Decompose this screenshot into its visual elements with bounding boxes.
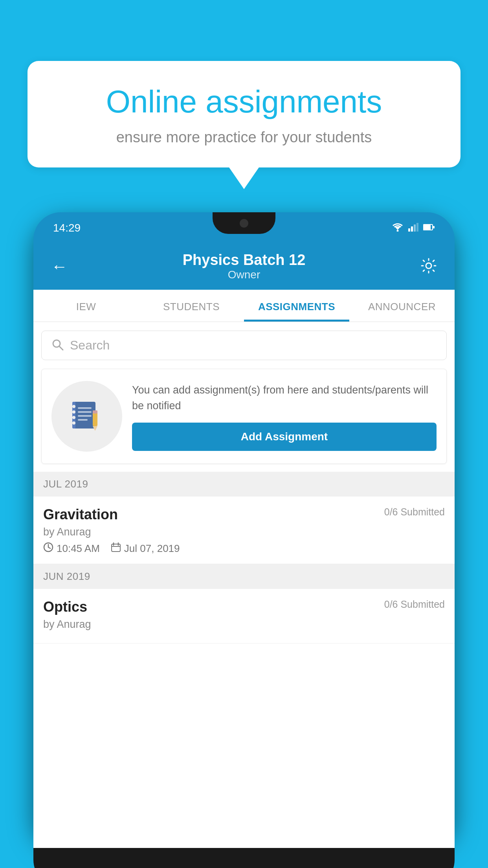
svg-rect-7 <box>424 225 431 230</box>
calendar-icon <box>111 542 121 555</box>
add-assignment-button[interactable]: Add Assignment <box>132 423 437 451</box>
screen-content: Search <box>33 322 455 848</box>
clock-icon <box>43 542 53 555</box>
svg-rect-8 <box>433 226 435 228</box>
svg-rect-4 <box>414 224 416 232</box>
assignment-author-optics: by Anurag <box>43 618 445 631</box>
promo-title: Online assignments <box>55 85 433 119</box>
svg-marker-0 <box>395 227 400 230</box>
submitted-badge: 0/6 Submitted <box>384 506 445 518</box>
status-icons <box>392 223 435 233</box>
svg-rect-14 <box>78 411 92 413</box>
promo-subtitle: ensure more practice for your students <box>55 129 433 146</box>
svg-point-21 <box>72 421 75 425</box>
submitted-badge-optics: 0/6 Submitted <box>384 599 445 610</box>
empty-state-content: You can add assignment(s) from here and … <box>132 382 437 451</box>
header-subtitle: Owner <box>183 268 306 281</box>
svg-rect-28 <box>112 544 120 552</box>
section-header-jul: JUL 2019 <box>33 472 455 497</box>
svg-point-19 <box>72 410 75 414</box>
tab-iew[interactable]: IEW <box>33 290 139 322</box>
status-bar: 14:29 <box>33 212 455 244</box>
svg-rect-16 <box>78 419 88 421</box>
svg-line-11 <box>59 346 63 350</box>
assignment-top-row-optics: Optics 0/6 Submitted <box>43 599 445 615</box>
tabs-bar: IEW STUDENTS ASSIGNMENTS ANNOUNCER <box>33 290 455 322</box>
assignment-name: Gravitation <box>43 506 118 523</box>
svg-point-9 <box>426 263 431 268</box>
header-center: Physics Batch 12 Owner <box>183 252 306 281</box>
back-button[interactable]: ← <box>51 257 68 276</box>
tab-students[interactable]: STUDENTS <box>139 290 244 322</box>
empty-state-description: You can add assignment(s) from here and … <box>132 382 437 414</box>
status-time: 14:29 <box>53 222 81 234</box>
phone-mockup: 14:29 <box>33 212 455 868</box>
assignment-top-row: Gravitation 0/6 Submitted <box>43 506 445 523</box>
svg-rect-15 <box>78 415 92 417</box>
date-item: Jul 07, 2019 <box>111 542 180 555</box>
app-header: ← Physics Batch 12 Owner <box>33 244 455 290</box>
assignment-name-optics: Optics <box>43 599 87 615</box>
assignment-datetime: 10:45 AM Jul 07, 2019 <box>43 542 445 555</box>
empty-state-card: You can add assignment(s) from here and … <box>41 369 447 464</box>
camera <box>240 219 248 228</box>
signal-icon <box>408 223 418 233</box>
settings-button[interactable] <box>420 257 437 276</box>
date-value: Jul 07, 2019 <box>124 542 180 555</box>
assignment-author: by Anurag <box>43 526 445 538</box>
search-icon <box>51 338 64 353</box>
promo-card: Online assignments ensure more practice … <box>28 61 460 167</box>
svg-rect-2 <box>408 228 410 232</box>
svg-point-18 <box>72 405 75 408</box>
phone-frame: 14:29 <box>33 212 455 841</box>
search-placeholder: Search <box>70 338 110 353</box>
assignment-item-gravitation[interactable]: Gravitation 0/6 Submitted by Anurag <box>33 497 455 564</box>
wifi-icon <box>392 223 404 233</box>
battery-icon <box>423 224 435 232</box>
svg-point-20 <box>72 416 75 419</box>
notch <box>213 212 275 234</box>
time-item: 10:45 AM <box>43 542 100 555</box>
assignment-item-optics[interactable]: Optics 0/6 Submitted by Anurag <box>33 589 455 644</box>
svg-point-1 <box>397 230 399 232</box>
section-header-jun: JUN 2019 <box>33 564 455 589</box>
tab-assignments[interactable]: ASSIGNMENTS <box>244 290 349 322</box>
search-bar[interactable]: Search <box>41 331 447 360</box>
phone-bottom <box>33 848 455 868</box>
header-title: Physics Batch 12 <box>183 252 306 268</box>
empty-icon <box>51 381 122 452</box>
time-value: 10:45 AM <box>57 542 100 555</box>
svg-rect-13 <box>78 407 92 409</box>
svg-rect-3 <box>411 226 413 232</box>
tab-announcements[interactable]: ANNOUNCER <box>349 290 455 322</box>
svg-rect-5 <box>416 223 418 232</box>
svg-rect-24 <box>93 410 97 414</box>
svg-line-27 <box>48 547 50 548</box>
speech-bubble: Online assignments ensure more practice … <box>28 61 460 167</box>
